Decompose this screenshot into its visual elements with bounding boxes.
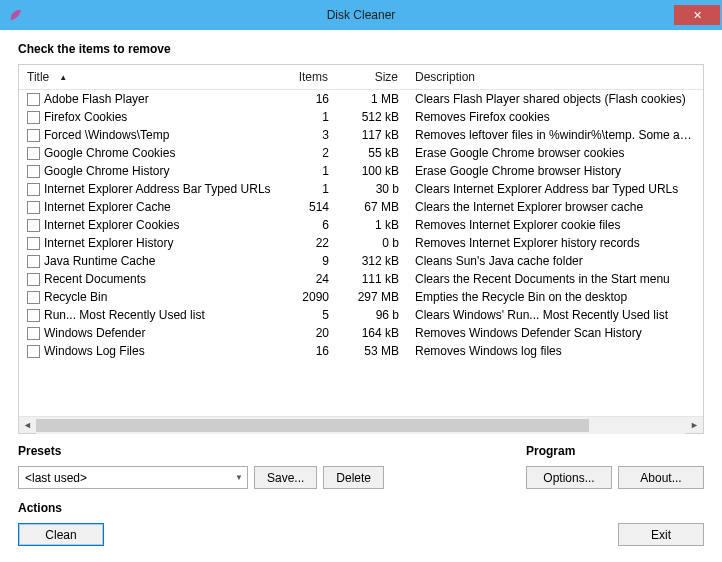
row-items: 16 [277, 344, 337, 358]
table-row[interactable]: Google Chrome History1100 kBErase Google… [19, 162, 703, 180]
items-table: Title ▲ Items Size Description Adobe Fla… [18, 64, 704, 434]
presets-label: Presets [18, 444, 508, 458]
row-items: 6 [277, 218, 337, 232]
row-description: Removes Internet Explorer history record… [407, 236, 703, 250]
column-header-items[interactable]: Items [277, 65, 337, 89]
row-size: 164 kB [337, 326, 407, 340]
row-title: Recycle Bin [44, 290, 107, 304]
table-row[interactable]: Java Runtime Cache9312 kBCleans Sun's Ja… [19, 252, 703, 270]
row-title: Windows Defender [44, 326, 145, 340]
row-items: 24 [277, 272, 337, 286]
row-items: 9 [277, 254, 337, 268]
table-row[interactable]: Recycle Bin2090297 MBEmpties the Recycle… [19, 288, 703, 306]
row-title: Forced \Windows\Temp [44, 128, 169, 142]
scroll-right-button[interactable]: ► [686, 417, 703, 434]
table-row[interactable]: Internet Explorer Cache51467 MBClears th… [19, 198, 703, 216]
horizontal-scrollbar[interactable]: ◄ ► [19, 416, 703, 433]
row-checkbox[interactable] [27, 93, 40, 106]
row-description: Removes Firefox cookies [407, 110, 703, 124]
close-icon: ✕ [693, 9, 702, 22]
table-row[interactable]: Run... Most Recently Used list596 bClear… [19, 306, 703, 324]
row-checkbox[interactable] [27, 201, 40, 214]
row-size: 0 b [337, 236, 407, 250]
column-header-size[interactable]: Size [337, 65, 407, 89]
table-row[interactable]: Adobe Flash Player161 MBClears Flash Pla… [19, 90, 703, 108]
table-row[interactable]: Recent Documents24111 kBClears the Recen… [19, 270, 703, 288]
close-button[interactable]: ✕ [674, 5, 720, 25]
row-checkbox[interactable] [27, 345, 40, 358]
row-size: 312 kB [337, 254, 407, 268]
column-header-title[interactable]: Title ▲ [19, 65, 277, 89]
scroll-left-button[interactable]: ◄ [19, 417, 36, 434]
table-row[interactable]: Forced \Windows\Temp3117 kBRemoves lefto… [19, 126, 703, 144]
presets-combo[interactable]: <last used> ▼ [18, 466, 248, 489]
row-title: Windows Log Files [44, 344, 145, 358]
row-checkbox[interactable] [27, 237, 40, 250]
titlebar[interactable]: Disk Cleaner ✕ [0, 0, 722, 30]
program-label: Program [526, 444, 704, 458]
row-title: Google Chrome Cookies [44, 146, 175, 160]
row-size: 53 MB [337, 344, 407, 358]
row-items: 22 [277, 236, 337, 250]
table-row[interactable]: Windows Log Files1653 MBRemoves Windows … [19, 342, 703, 360]
row-title: Adobe Flash Player [44, 92, 149, 106]
row-description: Removes Windows Defender Scan History [407, 326, 703, 340]
row-checkbox[interactable] [27, 255, 40, 268]
table-header: Title ▲ Items Size Description [19, 65, 703, 90]
row-checkbox[interactable] [27, 219, 40, 232]
column-title-label: Title [27, 70, 49, 84]
row-items: 3 [277, 128, 337, 142]
table-row[interactable]: Internet Explorer Address Bar Typed URLs… [19, 180, 703, 198]
row-size: 1 MB [337, 92, 407, 106]
row-checkbox[interactable] [27, 111, 40, 124]
chevron-down-icon: ▼ [235, 473, 243, 482]
actions-label: Actions [18, 501, 704, 515]
window-title: Disk Cleaner [327, 8, 396, 22]
row-checkbox[interactable] [27, 291, 40, 304]
scroll-thumb[interactable] [36, 419, 589, 432]
row-checkbox[interactable] [27, 165, 40, 178]
row-items: 514 [277, 200, 337, 214]
row-description: Clears Windows' Run... Most Recently Use… [407, 308, 703, 322]
row-size: 297 MB [337, 290, 407, 304]
row-description: Cleans Sun's Java cache folder [407, 254, 703, 268]
about-button[interactable]: About... [618, 466, 704, 489]
row-checkbox[interactable] [27, 129, 40, 142]
row-description: Removes Internet Explorer cookie files [407, 218, 703, 232]
row-size: 1 kB [337, 218, 407, 232]
row-title: Internet Explorer Cache [44, 200, 171, 214]
row-title: Internet Explorer Address Bar Typed URLs [44, 182, 271, 196]
row-checkbox[interactable] [27, 273, 40, 286]
clean-button[interactable]: Clean [18, 523, 104, 546]
row-checkbox[interactable] [27, 147, 40, 160]
row-size: 67 MB [337, 200, 407, 214]
app-icon [8, 7, 24, 23]
save-button[interactable]: Save... [254, 466, 317, 489]
delete-button[interactable]: Delete [323, 466, 384, 489]
row-title: Internet Explorer Cookies [44, 218, 179, 232]
row-checkbox[interactable] [27, 327, 40, 340]
table-row[interactable]: Windows Defender20164 kBRemoves Windows … [19, 324, 703, 342]
scroll-track[interactable] [36, 417, 686, 434]
table-row[interactable]: Firefox Cookies1512 kBRemoves Firefox co… [19, 108, 703, 126]
row-description: Erase Google Chrome browser History [407, 164, 703, 178]
options-button[interactable]: Options... [526, 466, 612, 489]
row-description: Clears Flash Player shared objects (Flas… [407, 92, 703, 106]
row-size: 100 kB [337, 164, 407, 178]
table-row[interactable]: Internet Explorer History220 bRemoves In… [19, 234, 703, 252]
row-items: 2 [277, 146, 337, 160]
table-row[interactable]: Google Chrome Cookies255 kBErase Google … [19, 144, 703, 162]
row-size: 117 kB [337, 128, 407, 142]
row-title: Google Chrome History [44, 164, 169, 178]
column-header-description[interactable]: Description [407, 65, 703, 89]
exit-button[interactable]: Exit [618, 523, 704, 546]
row-title: Firefox Cookies [44, 110, 127, 124]
row-items: 5 [277, 308, 337, 322]
table-body: Adobe Flash Player161 MBClears Flash Pla… [19, 90, 703, 416]
row-checkbox[interactable] [27, 309, 40, 322]
row-items: 16 [277, 92, 337, 106]
row-checkbox[interactable] [27, 183, 40, 196]
row-size: 30 b [337, 182, 407, 196]
row-items: 2090 [277, 290, 337, 304]
table-row[interactable]: Internet Explorer Cookies61 kBRemoves In… [19, 216, 703, 234]
